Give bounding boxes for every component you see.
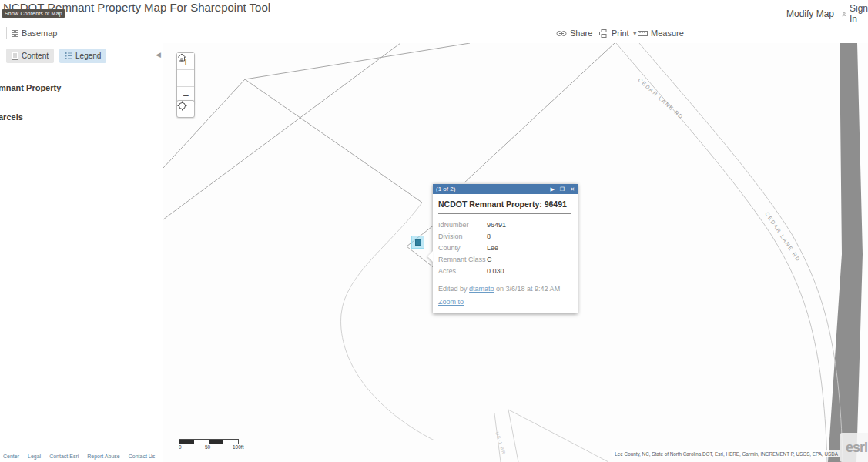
print-label: Print xyxy=(612,28,629,38)
field-value: 96491 xyxy=(487,221,506,229)
footer-link-contact-us[interactable]: Contact Us xyxy=(129,454,156,459)
tab-legend[interactable]: Legend xyxy=(59,49,106,63)
map-canvas[interactable]: CEDAR LANE RD CEDAR LANE RD US-1 BR + − … xyxy=(163,43,868,462)
legend-list-icon xyxy=(65,52,72,60)
field-label: IdNumber xyxy=(438,221,487,229)
field-row: Remnant ClassC xyxy=(438,253,571,265)
field-label: Division xyxy=(438,233,487,240)
scale-bar: 0 50 100ft xyxy=(179,439,239,451)
divider xyxy=(632,27,632,39)
popup-divider xyxy=(438,213,571,214)
share-link-icon xyxy=(556,30,567,37)
field-value: 0.030 xyxy=(487,267,504,275)
footer-link-legal[interactable]: Legal xyxy=(28,454,41,459)
print-caret-icon: ▼ xyxy=(632,31,638,36)
share-button[interactable]: Share xyxy=(556,23,592,43)
road-polygon xyxy=(828,43,863,462)
field-label: County xyxy=(438,244,487,252)
basemap-label: Basemap xyxy=(22,28,57,38)
divider xyxy=(62,27,62,39)
printer-icon xyxy=(599,29,608,38)
person-icon xyxy=(842,10,846,18)
edited-suffix: on 3/6/18 at 9:42 AM xyxy=(494,285,561,293)
tab-content-label: Content xyxy=(22,52,49,60)
footer-link-contact-esri[interactable]: Contact Esri xyxy=(49,454,79,459)
selected-feature-marker xyxy=(415,239,421,246)
field-row: CountyLee xyxy=(438,242,571,253)
scale-tick-50: 50 xyxy=(205,444,210,450)
scale-tick-0: 0 xyxy=(179,444,182,450)
toolbar: Basemap Share Print ▼ Measure ▼ ✕ ⌕ xyxy=(0,23,868,44)
share-label: Share xyxy=(570,28,592,38)
basemap-button[interactable]: Basemap xyxy=(12,23,57,43)
find-my-location-button[interactable] xyxy=(176,100,195,118)
popup-next-icon[interactable]: ▶ xyxy=(550,186,554,192)
popup-dock-icon[interactable]: ❐ xyxy=(560,186,565,192)
field-row: Division8 xyxy=(438,230,571,242)
app-window: NCDOT Remnant Property Map For Sharepoin… xyxy=(0,0,868,462)
popup-title: NCDOT Remnant Property: 96491 xyxy=(438,199,571,209)
feature-popup: (1 of 2) ▶ ❐ ✕ NCDOT Remnant Property: 9… xyxy=(433,184,578,313)
field-row: IdNumber96491 xyxy=(438,219,571,230)
legend-layer-parcels: arcels xyxy=(0,112,23,122)
sidebar-footer-links: Center Legal Contact Esri Report Abuse C… xyxy=(0,450,166,462)
measure-button[interactable]: Measure xyxy=(638,23,684,43)
content-page-icon xyxy=(12,52,18,60)
popup-header: (1 of 2) ▶ ❐ ✕ xyxy=(433,184,578,194)
field-value: C xyxy=(487,256,492,263)
popup-pager: (1 of 2) xyxy=(436,186,545,192)
show-contents-tooltip: Show Contents of Map xyxy=(2,9,65,18)
esri-logo: esri xyxy=(840,433,868,462)
collapse-panel-icon[interactable]: ◀ xyxy=(156,51,161,59)
ruler-icon xyxy=(638,29,648,38)
zoom-to-link[interactable]: Zoom to xyxy=(438,298,464,306)
map-attribution: Lee County, NC, State of North Carolina … xyxy=(612,450,840,457)
esri-logo-text: esri xyxy=(846,440,867,456)
edited-by-line: Edited by dtamato on 3/6/18 at 9:42 AM xyxy=(438,285,571,293)
popup-close-icon[interactable]: ✕ xyxy=(570,186,575,192)
scale-bar-segments xyxy=(179,439,239,444)
popup-body: NCDOT Remnant Property: 96491 IdNumber96… xyxy=(433,194,578,313)
sign-in-button[interactable]: Sign In xyxy=(842,3,868,25)
basemap-grid-icon xyxy=(12,30,18,37)
scale-tick-100: 100ft xyxy=(233,444,243,450)
tab-content[interactable]: Content xyxy=(6,49,54,63)
sidebar-tabs: Content Legend xyxy=(6,49,106,63)
tab-legend-label: Legend xyxy=(75,52,101,60)
home-icon xyxy=(177,53,186,62)
home-button[interactable] xyxy=(177,70,194,87)
selected-feature-highlight[interactable] xyxy=(411,236,424,249)
edited-user-link[interactable]: dtamato xyxy=(469,285,494,293)
divider xyxy=(6,27,7,39)
legend-layer-remnant-property: mnant Property xyxy=(0,83,61,92)
field-value: 8 xyxy=(487,233,491,240)
field-value: Lee xyxy=(487,244,498,252)
zoom-control: + − xyxy=(176,52,195,104)
locate-icon xyxy=(177,101,187,111)
modify-map-button[interactable]: Modify Map xyxy=(786,8,834,19)
edited-prefix: Edited by xyxy=(438,285,469,293)
header: NCDOT Remnant Property Map For Sharepoin… xyxy=(0,0,868,23)
sidebar-panel: Content Legend ◀ mnant Property arcels C… xyxy=(0,43,164,462)
footer-link-report-abuse[interactable]: Report Abuse xyxy=(87,454,119,459)
field-label: Acres xyxy=(438,267,487,275)
sign-in-label: Sign In xyxy=(850,3,868,25)
measure-label: Measure xyxy=(651,28,684,38)
field-row: Acres0.030 xyxy=(438,265,571,276)
footer-link-center[interactable]: Center xyxy=(3,454,19,459)
popup-pointer xyxy=(427,251,433,262)
field-label: Remnant Class xyxy=(438,256,487,263)
